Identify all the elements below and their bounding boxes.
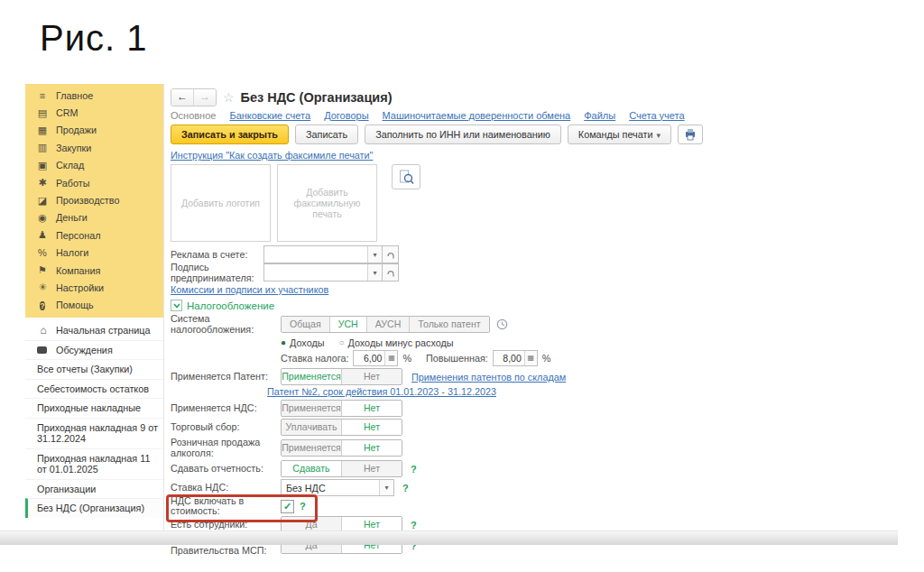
history-button[interactable] (496, 318, 508, 330)
nav-item-label: Все отчеты (Закупки) (37, 364, 133, 375)
clip-icon[interactable] (383, 263, 399, 281)
nav-item-organizations[interactable]: Организации (25, 479, 163, 499)
alcohol-no-option[interactable]: Нет (341, 440, 402, 456)
nav-item-label: Приходная накладная 9 от 31.12.2024 (37, 422, 158, 445)
signature-input[interactable]: ▾ (263, 263, 383, 281)
radio-income[interactable]: ● Доходы (281, 337, 324, 348)
radio-income-minus-expenses[interactable]: ○ Доходы минус расходы (338, 337, 453, 348)
nav-item-no-vat-organization[interactable]: Без НДС (Организация) (25, 498, 163, 518)
nav-item-invoice-9[interactable]: Приходная накладная 9 от 31.12.2024 (25, 418, 163, 448)
tax-rate-row: Ставка налога: 6,00 ▦ % Повышенная: 8,00… (281, 350, 888, 365)
sales-icon: ▦ (36, 125, 49, 136)
trade-fee-pay-option[interactable]: Уплачивать (282, 420, 341, 435)
collapse-toggle-icon[interactable] (171, 300, 182, 311)
tab-bar: Основное Банковские счета Договоры Машин… (171, 109, 888, 121)
sidebar-item-company[interactable]: ⚑ Компания (25, 262, 163, 279)
clip-icon[interactable] (383, 245, 399, 263)
print-commands-button[interactable]: Команды печати▾ (568, 125, 671, 144)
tax-system-option-ausn[interactable]: АУСН (366, 317, 410, 332)
sidebar-item-money[interactable]: ◉ Деньги (25, 209, 163, 226)
crm-icon: ▤ (36, 107, 49, 119)
tax-rate-label: Ставка налога: (281, 353, 348, 364)
sidebar-item-label: Склад (56, 160, 84, 171)
tab-main[interactable]: Основное (171, 110, 216, 121)
tab-accounting-accounts[interactable]: Счета учета (629, 110, 684, 121)
sidebar-item-taxes[interactable]: % Налоги (25, 244, 163, 262)
vat-include-checkbox[interactable]: ✓ (281, 500, 294, 513)
fill-by-inn-button[interactable]: Заполнить по ИНН или наименованию (365, 125, 561, 144)
nav-item-label: Себестоимость остатков (37, 383, 149, 395)
patents-by-warehouse-link[interactable]: Применения патентов по складам (411, 372, 566, 383)
tab-bank-accounts[interactable]: Банковские счета (229, 110, 310, 121)
back-button[interactable]: ← (171, 89, 193, 106)
calculator-icon[interactable]: ▦ (524, 351, 537, 365)
nav-item-invoice-11[interactable]: Приходная накладная 11 от 01.01.2025 (25, 448, 163, 479)
save-and-close-button[interactable]: Записать и закрыть (171, 125, 289, 144)
sidebar-item-help[interactable]: ? Помощь (25, 297, 163, 314)
vat-applied-toggle: Применяется Нет (281, 400, 402, 417)
help-question-icon[interactable]: ? (402, 483, 409, 494)
save-button[interactable]: Записать (295, 125, 358, 144)
warehouse-icon: ▣ (36, 160, 49, 171)
home-icon: ⌂ (37, 325, 50, 337)
sidebar-item-sales[interactable]: ▦ Продажи (25, 122, 163, 139)
submit-no-option[interactable]: Нет (341, 461, 402, 476)
print-button[interactable] (678, 125, 703, 144)
tax-system-option-osn[interactable]: Общая (282, 317, 329, 332)
alcohol-yes-option[interactable]: Применяется (282, 440, 341, 456)
tab-files[interactable]: Файлы (584, 110, 615, 121)
app-window: ≡ Главное ▤ CRM ▦ Продажи ▥ Закупки ▣ Ск… (25, 84, 897, 535)
instruction-link[interactable]: Инструкция "Как создать факсимиле печати… (171, 150, 373, 161)
clock-icon (496, 318, 508, 330)
sidebar-item-settings[interactable]: ✳ Настройки (25, 279, 163, 296)
chevron-down-icon[interactable]: ▾ (367, 264, 382, 281)
increased-rate-input[interactable]: 8,00 ▦ (493, 350, 538, 366)
nav-item-home[interactable]: ⌂ Начальная страница (25, 321, 163, 340)
chevron-down-icon[interactable]: ▾ (379, 480, 393, 495)
nav-item-incoming-invoices[interactable]: Приходные накладные (25, 398, 163, 418)
patent-item-link[interactable]: Патент №2, срок действия 01.01.2023 - 31… (267, 386, 496, 397)
help-question-icon[interactable]: ? (300, 501, 306, 512)
nav-item-all-reports[interactable]: Все отчеты (Закупки) (25, 359, 163, 379)
sidebar-item-main[interactable]: ≡ Главное (25, 87, 163, 104)
trade-fee-no-option[interactable]: Нет (341, 420, 402, 435)
alcohol-retail-label: Розничная продажа алкоголя: (171, 438, 281, 458)
sidebar-item-warehouse[interactable]: ▣ Склад (25, 157, 163, 174)
commissions-link[interactable]: Комиссии и подписи их участников (171, 284, 328, 295)
ad-in-invoice-input[interactable]: ▾ (263, 245, 383, 263)
chevron-down-icon[interactable]: ▾ (367, 246, 382, 263)
vat-yes-option[interactable]: Применяется (282, 401, 341, 416)
sidebar-item-production[interactable]: ◪ Производство (25, 191, 163, 208)
sidebar: ≡ Главное ▤ CRM ▦ Продажи ▥ Закупки ▣ Ск… (25, 84, 163, 535)
tab-contracts[interactable]: Договоры (324, 110, 368, 121)
add-logo-placeholder[interactable]: Добавить логотип (171, 164, 271, 242)
favorite-star-icon[interactable]: ☆ (223, 90, 235, 105)
sidebar-item-works[interactable]: ✱ Работы (25, 174, 163, 191)
forward-button[interactable]: → (193, 89, 216, 106)
tax-system-option-patent-only[interactable]: Только патент (409, 317, 488, 332)
vat-rate-select[interactable]: Без НДС ▾ (281, 479, 394, 496)
tab-machine-readable-poa[interactable]: Машиночитаемые доверенности обмена (383, 110, 571, 121)
sidebar-item-purchases[interactable]: ▥ Закупки (25, 139, 163, 156)
taxes-icon: % (36, 247, 49, 258)
tax-system-option-usn[interactable]: УСН (329, 317, 366, 332)
help-question-icon[interactable]: ? (411, 520, 417, 530)
patent-yes-option[interactable]: Применяется (282, 369, 341, 384)
nav-item-label: Начальная страница (56, 325, 150, 337)
help-question-icon[interactable]: ? (411, 464, 417, 475)
calculator-icon[interactable]: ▦ (384, 351, 397, 365)
nav-item-discussions[interactable]: Обсуждения (25, 340, 163, 360)
taxation-section-header: Налогообложение (171, 300, 888, 311)
tax-rate-input[interactable]: 6,00 ▦ (353, 350, 398, 366)
sidebar-item-personnel[interactable]: ♟ Персонал (25, 226, 163, 244)
add-facsimile-placeholder[interactable]: Добавить факсимильную печать (277, 164, 377, 242)
increased-rate-label: Повышенная: (426, 353, 488, 364)
preview-button[interactable] (392, 164, 420, 189)
vat-no-option[interactable]: Нет (341, 401, 402, 416)
submit-yes-option[interactable]: Сдавать (282, 461, 341, 476)
sidebar-item-crm[interactable]: ▤ CRM (25, 104, 163, 121)
nav-item-cost-of-remainders[interactable]: Себестоимость остатков (25, 379, 163, 399)
sidebar-item-label: Продажи (56, 125, 97, 135)
vat-include-row: НДС включать в стоимость: ✓ ? (171, 498, 888, 514)
patent-no-option[interactable]: Нет (341, 369, 402, 384)
